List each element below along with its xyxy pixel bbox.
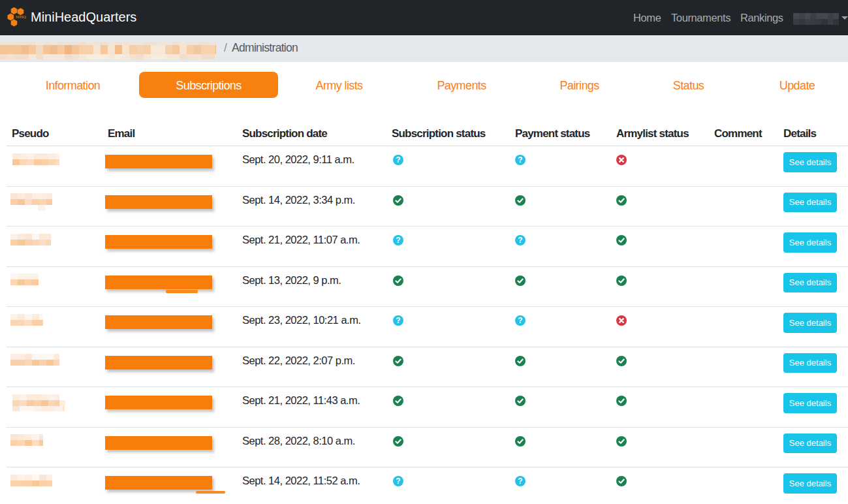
svg-text:?: ?	[518, 236, 522, 245]
svg-text:?: ?	[518, 477, 522, 486]
svg-text:?: ?	[518, 316, 522, 325]
svg-text:?: ?	[396, 155, 400, 165]
svg-text:?: ?	[396, 236, 400, 245]
svg-text:?: ?	[396, 316, 400, 325]
svg-text:?: ?	[396, 477, 400, 486]
svg-text:MHQ: MHQ	[16, 14, 26, 19]
svg-text:?: ?	[518, 155, 522, 165]
